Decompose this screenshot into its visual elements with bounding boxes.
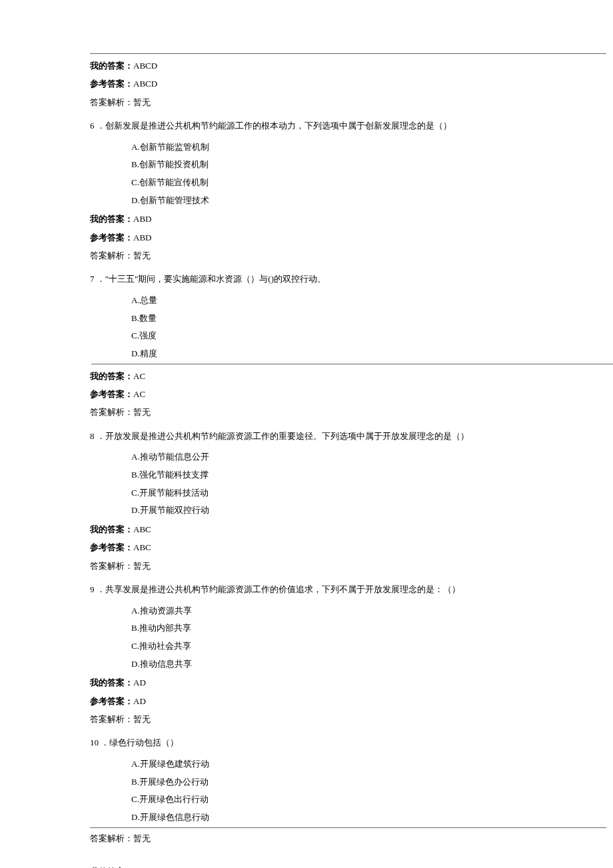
my-answer-value: AC	[133, 371, 145, 381]
options-list: A.总量 B.数量 C.强度 D.精度	[90, 292, 606, 364]
ref-answer-label: 参考答案：	[90, 389, 133, 399]
my-answer-value: ABC	[133, 524, 151, 534]
question-number: 9	[90, 584, 95, 594]
ref-answer-value: ABCD	[133, 79, 157, 89]
ref-answer-label: 参考答案：	[90, 232, 133, 242]
question-8: 8 ．开放发展是推进公共机构节约能源资源工作的重要途径。下列选项中属于开放发展理…	[90, 428, 606, 574]
ref-answer: 参考答案：ABC	[90, 540, 606, 555]
analysis-line: 答案解析：暂无	[90, 558, 606, 574]
ref-answer-label: 参考答案：	[90, 542, 133, 552]
option-a: A.总量	[131, 292, 606, 309]
ref-answer-value: ABD	[133, 232, 151, 242]
my-answer-label: 我的答案：	[90, 61, 133, 71]
footer-my-answer: 我的答案：ABCD	[90, 865, 613, 868]
option-d: D.推动信息共享	[131, 656, 606, 673]
question-number: 6	[90, 121, 95, 131]
question-body: ．开放发展是推进公共机构节约能源资源工作的重要途径。下列选项中属于开放发展理念的…	[97, 431, 469, 441]
top-my-answer: 我的答案：ABCD	[90, 58, 606, 73]
question-text: 9 ．共享发展是推进公共机构节约能源资源工作的价值追求，下列不属于开放发展理念的…	[90, 582, 606, 597]
analysis-line: 答案解析：暂无	[90, 95, 606, 110]
ref-answer-value: AC	[133, 389, 145, 399]
bottom-rule	[90, 827, 606, 828]
question-number: 7	[90, 274, 95, 284]
my-answer-label: 我的答案：	[90, 371, 133, 381]
footer-answers: 我的答案：ABCD 参考答案：ABCD	[0, 865, 613, 868]
question-10: 10 ．绿色行动包括（） A.开展绿色建筑行动 B.开展绿色办公行动 C.开展绿…	[90, 735, 606, 825]
option-c: C.开展绿色出行行动	[131, 791, 606, 808]
my-answer-value: AD	[133, 677, 146, 687]
options-list: A.推动资源共享 B.推动内部共享 C.推动社会共享 D.推动信息共享	[90, 603, 606, 673]
question-number: 10	[90, 737, 99, 747]
top-rule	[90, 53, 606, 54]
my-answer: 我的答案：AD	[90, 675, 606, 690]
ref-answer: 参考答案：AC	[90, 386, 606, 402]
ref-answer-label: 参考答案：	[90, 79, 133, 89]
question-number: 8	[90, 431, 95, 441]
question-7: 7 ．"十三五"期间，要实施能源和水资源（）与()的双控行动。 A.总量 B.数…	[90, 271, 606, 420]
options-list: A.创新节能监管机制 B.创新节能投资机制 C.创新节能宣传机制 D.创新节能管…	[90, 139, 606, 209]
option-c: C.创新节能宣传机制	[131, 175, 606, 191]
my-answer-label: 我的答案：	[90, 214, 133, 224]
page: 我的答案：ABCD 参考答案：ABCD 答案解析：暂无 6 ．创新发展是推进公共…	[0, 0, 613, 868]
my-answer-label: 我的答案：	[90, 524, 133, 534]
option-b: B.数量	[131, 310, 606, 327]
option-a: A.推动节能信息公开	[131, 449, 606, 466]
option-b: B.强化节能科技支撑	[131, 467, 606, 484]
question-body: ．共享发展是推进公共机构节约能源资源工作的价值追求，下列不属于开放发展理念的是：…	[97, 584, 460, 594]
post-analysis-line: 答案解析：暂无	[90, 831, 606, 846]
ref-answer-label: 参考答案：	[90, 696, 133, 706]
options-list: A.推动节能信息公开 B.强化节能科技支撑 C.开展节能科技活动 D.开展节能双…	[90, 449, 606, 519]
inline-rule	[91, 364, 613, 364]
option-c: C.强度	[131, 328, 606, 344]
ref-answer-value: ABC	[133, 542, 151, 552]
options-list: A.开展绿色建筑行动 B.开展绿色办公行动 C.开展绿色出行行动 D.开展绿色信…	[90, 756, 606, 826]
content-area: 我的答案：ABCD 参考答案：ABCD 答案解析：暂无 6 ．创新发展是推进公共…	[0, 53, 613, 846]
question-body: ．绿色行动包括（）	[101, 737, 179, 747]
question-body: ．创新发展是推进公共机构节约能源工作的根本动力，下列选项中属于创新发展理念的是（…	[97, 121, 452, 131]
analysis-line: 答案解析：暂无	[90, 711, 606, 727]
ref-answer-value: AD	[133, 696, 146, 706]
my-answer-value: ABCD	[133, 61, 157, 71]
my-answer: 我的答案：ABD	[90, 211, 606, 226]
question-text: 8 ．开放发展是推进公共机构节约能源资源工作的重要途径。下列选项中属于开放发展理…	[90, 428, 606, 444]
my-answer-label: 我的答案：	[90, 677, 133, 687]
option-d: D.开展节能双控行动	[131, 502, 606, 519]
option-b: B.创新节能投资机制	[131, 157, 606, 173]
question-9: 9 ．共享发展是推进公共机构节约能源资源工作的价值追求，下列不属于开放发展理念的…	[90, 582, 606, 727]
option-b: B.开展绿色办公行动	[131, 774, 606, 791]
option-b: B.推动内部共享	[131, 620, 606, 637]
option-a: A.推动资源共享	[131, 603, 606, 620]
option-a: A.开展绿色建筑行动	[131, 756, 606, 773]
question-6: 6 ．创新发展是推进公共机构节约能源工作的根本动力，下列选项中属于创新发展理念的…	[90, 118, 606, 263]
option-a: A.创新节能监管机制	[131, 139, 606, 156]
question-text: 10 ．绿色行动包括（）	[90, 735, 606, 750]
my-answer: 我的答案：AC	[90, 368, 606, 384]
question-text: 6 ．创新发展是推进公共机构节约能源工作的根本动力，下列选项中属于创新发展理念的…	[90, 118, 606, 133]
question-text: 7 ．"十三五"期间，要实施能源和水资源（）与()的双控行动。	[90, 271, 606, 286]
top-ref-answer: 参考答案：ABCD	[90, 76, 606, 91]
ref-answer: 参考答案：ABD	[90, 230, 606, 245]
analysis-line: 答案解析：暂无	[90, 248, 606, 263]
ref-answer: 参考答案：AD	[90, 693, 606, 709]
question-body: ．"十三五"期间，要实施能源和水资源（）与()的双控行动。	[97, 274, 326, 284]
option-c: C.开展节能科技活动	[131, 485, 606, 502]
option-d: D.创新节能管理技术	[131, 193, 606, 209]
my-answer: 我的答案：ABC	[90, 522, 606, 537]
option-d: D.开展绿色信息行动	[131, 809, 606, 826]
my-answer-value: ABD	[133, 214, 151, 224]
option-c: C.推动社会共享	[131, 638, 606, 655]
option-d: D.精度	[131, 346, 606, 362]
analysis-line: 答案解析：暂无	[90, 404, 606, 420]
